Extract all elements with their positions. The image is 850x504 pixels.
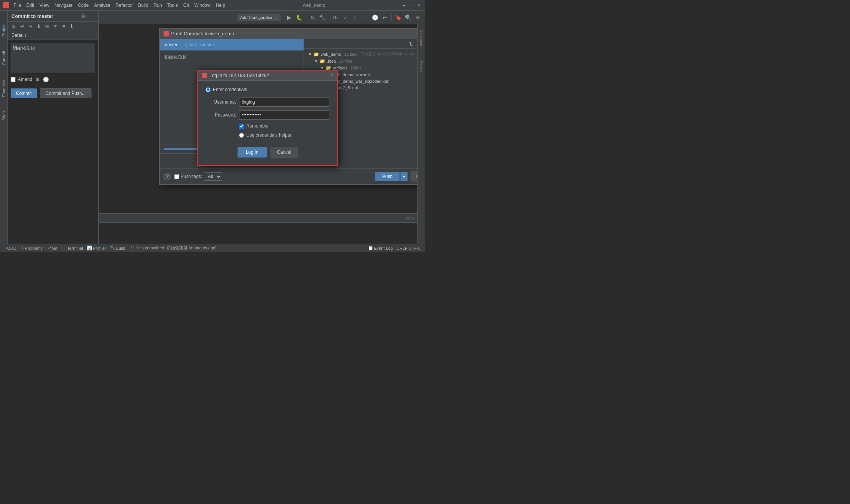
toolbar-separator-4 (391, 14, 392, 21)
grid-icon[interactable]: ⊞ (44, 23, 50, 29)
login-close-icon[interactable]: × (331, 73, 333, 78)
menu-build[interactable]: Build (136, 2, 151, 9)
refresh-icon[interactable]: ↻ (11, 23, 17, 29)
amend-settings-icon[interactable]: ⚙ (35, 76, 41, 82)
push-dropdown-button[interactable]: ▾ (400, 172, 408, 181)
push-tags-select[interactable]: All (204, 172, 222, 181)
git-undo-icon[interactable]: ↩ (381, 13, 389, 22)
push-tags-checkbox[interactable] (174, 174, 179, 179)
menu-refactor[interactable]: Refactor (113, 2, 135, 9)
username-input[interactable] (239, 98, 329, 107)
menu-git[interactable]: Git (181, 2, 191, 9)
minimize-button[interactable]: − (401, 2, 407, 8)
sidebar-commit[interactable]: Commit (1, 49, 7, 67)
sidebar-maven[interactable]: Maven (419, 59, 424, 73)
search-icon[interactable]: 🔍 (404, 13, 412, 22)
download-icon[interactable]: ⬇ (36, 23, 42, 29)
login-title-left: Log In to 192.168.159.100:82 (202, 73, 269, 78)
git-label: Git: (333, 15, 340, 20)
git-tab-icon: ⎇ (46, 246, 51, 250)
folder-icon-root: ▼ 📁 (308, 52, 319, 57)
remember-checkbox[interactable] (239, 124, 244, 129)
commit-panel: Commit to master ⚙ − ↻ ↩ ↪ ⬇ ⊞ 👁 ≡ ⇅ Def… (8, 11, 99, 244)
expand-icon[interactable]: ⇅ (69, 23, 75, 29)
sidebar-project[interactable]: Project (1, 22, 7, 38)
push-button[interactable]: Push (375, 172, 399, 181)
todo-tab[interactable]: TODO (3, 246, 18, 250)
tree-row-root[interactable]: ▼ 📁 web_demo 11 files E:\笔记\jenkins\代码\w… (308, 51, 417, 58)
menu-tools[interactable]: Tools (165, 2, 180, 9)
commit-settings-icon[interactable]: ⚙ (81, 13, 87, 19)
redo-icon[interactable]: ↪ (27, 23, 33, 29)
window-controls[interactable]: − □ × (401, 2, 422, 8)
git-tab[interactable]: ⎇ Git (45, 246, 59, 250)
build-close-icon[interactable]: − (412, 216, 414, 221)
password-input[interactable] (239, 110, 329, 120)
git-push-icon[interactable]: ↑ (361, 13, 369, 22)
git-checkmark-icon[interactable]: ✓ (341, 13, 349, 22)
settings-icon[interactable]: ⚙ (414, 13, 422, 22)
menu-window[interactable]: Window (192, 2, 213, 9)
commit-button[interactable]: Commit (11, 88, 37, 98)
git-tick-icon[interactable]: ✓ (351, 13, 359, 22)
list-icon[interactable]: ≡ (61, 23, 67, 29)
profiler-tab[interactable]: 📊 Profiler (85, 246, 108, 250)
collapse-all-icon[interactable]: ↕ (416, 41, 417, 47)
event-log-button[interactable]: 📋 Event Log (367, 246, 395, 250)
git-clock-icon[interactable]: 🕐 (371, 13, 379, 22)
credentials-helper-radio[interactable] (239, 133, 244, 138)
menu-help[interactable]: Help (214, 2, 228, 9)
commit-message-input[interactable]: 初始化项目 (11, 43, 95, 73)
build-status-tab[interactable]: 🔨 Build (109, 246, 127, 250)
menu-analyze[interactable]: Analyze (92, 2, 113, 9)
commit-close-icon[interactable]: − (88, 13, 94, 19)
maximize-button[interactable]: □ (408, 2, 414, 8)
close-button[interactable]: × (416, 2, 422, 8)
menu-view[interactable]: View (37, 2, 52, 9)
left-sidebar: Project Commit Favorites Web (0, 11, 8, 244)
commit-and-push-button[interactable]: Commit and Push... (40, 88, 91, 98)
undo-icon[interactable]: ↩ (19, 23, 25, 29)
branch-from: master (164, 42, 178, 47)
add-configuration-button[interactable]: Add Configuration... (237, 14, 280, 21)
push-commit-item[interactable]: 初始化项目 (162, 53, 301, 61)
amend-history-icon[interactable]: 🕐 (43, 76, 49, 82)
sidebar-web[interactable]: Web (1, 110, 7, 121)
push-cancel-button[interactable]: Cancel (411, 172, 417, 181)
expand-all-icon[interactable]: ⇅ (408, 41, 414, 47)
refresh-icon[interactable]: ↻ (309, 13, 317, 22)
tree-count-artifacts: 2 files (351, 66, 362, 70)
amend-row: Amend ⚙ 🕐 (11, 76, 95, 82)
tree-label-root: web_demo (321, 52, 341, 57)
menu-code[interactable]: Code (76, 2, 91, 9)
eye-icon[interactable]: 👁 (52, 23, 58, 29)
sidebar-favorites[interactable]: Favorites (1, 78, 7, 98)
sidebar-database[interactable]: Database (419, 28, 424, 47)
login-cancel-button[interactable]: Cancel (271, 147, 298, 158)
problems-label: Problems (25, 246, 42, 250)
tree-count-idea: 10 files (339, 59, 352, 63)
problems-tab[interactable]: ⚠ Problems (19, 246, 44, 250)
menu-edit[interactable]: Edit (24, 2, 36, 9)
bookmark-icon[interactable]: 🔖 (394, 13, 402, 22)
terminal-label: Terminal (67, 246, 83, 250)
enter-credentials-radio[interactable] (206, 87, 211, 92)
terminal-tab[interactable]: ⬛ Terminal (60, 246, 85, 250)
branch-to[interactable]: master (200, 42, 214, 47)
menu-navigate[interactable]: Navigate (52, 2, 75, 9)
run-icon[interactable]: ▶ (285, 13, 294, 22)
branch-colon: : (197, 42, 198, 47)
remote-link[interactable]: gitlab (185, 42, 196, 47)
tree-row-idea[interactable]: ▼ 📁 .idea 10 files (308, 58, 417, 65)
login-button[interactable]: Log In (238, 147, 267, 158)
menu-file[interactable]: File (11, 2, 23, 9)
debug-icon[interactable]: 🐛 (295, 13, 304, 22)
build-icon[interactable]: 🔨 (318, 13, 327, 22)
amend-checkbox[interactable] (11, 77, 16, 82)
status-files-committed: 11 files committed: 初始化项目 (moments ago) (128, 245, 220, 251)
menu-run[interactable]: Run (151, 2, 164, 9)
app-icon (3, 2, 9, 8)
build-settings-icon[interactable]: ⚙ (406, 216, 410, 221)
menu-bar[interactable]: File Edit View Navigate Code Analyze Ref… (11, 2, 227, 9)
help-button[interactable]: ? (164, 173, 171, 180)
